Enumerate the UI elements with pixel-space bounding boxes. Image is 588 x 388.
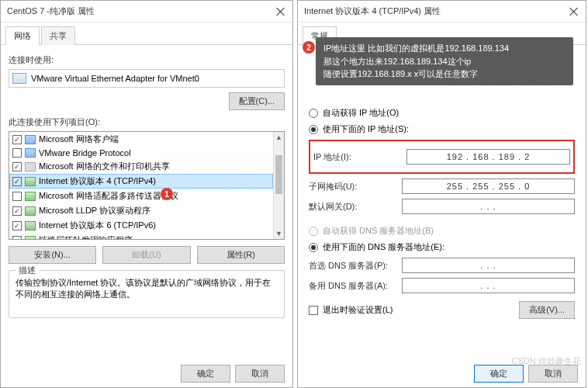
gateway-input[interactable]: . . . — [402, 199, 575, 214]
radio-auto-dns-label: 自动获得 DNS 服务器地址(B) — [323, 225, 434, 237]
annotation-badge-2: 2 — [303, 41, 315, 54]
checkbox-icon[interactable]: ✓ — [12, 236, 22, 240]
close-icon[interactable] — [275, 6, 286, 17]
adapter-icon — [12, 73, 26, 84]
titlebar-left[interactable]: CentOS 7 -纯净版 属性 — [1, 1, 292, 23]
subnet-mask-input[interactable]: 255 . 255 . 255 . 0 — [402, 178, 575, 194]
tab-sharing[interactable]: 共享 — [41, 26, 75, 45]
list-item[interactable]: ✓Internet 协议版本 6 (TCP/IPv6) — [9, 218, 273, 233]
tooltip-line: 那这个地方出来192.168.189.134这个ip — [323, 55, 566, 68]
tooltip-line: IP地址这里 比如我们的虚拟机是192.168.189.134 — [323, 42, 566, 55]
gateway-label: 默认网关(D): — [309, 201, 402, 213]
properties-button[interactable]: 属性(R) — [197, 246, 285, 264]
tooltip-line: 随便设置192.168.189.x x可以是任意数字 — [323, 68, 566, 81]
radio-icon[interactable] — [309, 243, 318, 252]
close-icon[interactable] — [569, 6, 579, 17]
dns1-input[interactable]: . . . — [402, 258, 575, 273]
annotation-tooltip: IP地址这里 比如我们的虚拟机是192.168.189.134 那这个地方出来1… — [316, 37, 573, 85]
client-icon — [25, 148, 36, 158]
ip-address-input[interactable]: 192 . 168 . 189 . 2 — [406, 149, 570, 165]
connect-label: 连接时使用: — [9, 54, 285, 66]
uninstall-button: 卸载(U) — [102, 246, 190, 264]
radio-auto-ip-row[interactable]: 自动获得 IP 地址(O) — [309, 107, 575, 119]
checkbox-icon[interactable] — [309, 306, 318, 315]
radio-use-dns-row[interactable]: 使用下面的 DNS 服务器地址(E): — [309, 241, 575, 253]
ok-button[interactable]: 确定 — [181, 365, 230, 383]
list-item[interactable]: VMware Bridge Protocol — [9, 147, 273, 159]
radio-auto-ip-label: 自动获得 IP 地址(O) — [323, 107, 399, 119]
dns2-input[interactable]: . . . — [402, 278, 575, 293]
configure-button[interactable]: 配置(C)... — [229, 92, 285, 110]
protocol-icon — [25, 236, 36, 240]
network-properties-dialog: CentOS 7 -纯净版 属性 网络 共享 连接时使用: VMware Vir… — [0, 0, 293, 388]
checkbox-icon[interactable]: ✓ — [12, 206, 22, 216]
scroll-down-icon[interactable]: ▼ — [274, 228, 284, 239]
list-item[interactable]: ✓Microsoft 网络客户端 — [9, 132, 273, 147]
cancel-button[interactable]: 取消 — [528, 365, 578, 383]
items-label: 此连接使用下列项目(O): — [9, 116, 285, 128]
checkbox-icon[interactable] — [12, 192, 22, 201]
protocol-icon — [25, 177, 36, 186]
checkbox-icon[interactable]: ✓ — [12, 221, 22, 230]
item-buttons: 安装(N)... 卸载(U) 属性(R) — [9, 246, 285, 264]
radio-auto-dns-row: 自动获得 DNS 服务器地址(B) — [309, 225, 575, 237]
checkbox-icon[interactable]: ✓ — [12, 162, 22, 171]
adapter-field: VMware Virtual Ethernet Adapter for VMne… — [9, 69, 285, 88]
ip-label: IP 地址(I): — [313, 151, 406, 163]
footer-left: 确定 取消 — [181, 365, 285, 383]
install-button[interactable]: 安装(N)... — [9, 246, 96, 264]
dialog-title: CentOS 7 -纯净版 属性 — [7, 5, 275, 17]
radio-icon[interactable] — [309, 109, 318, 118]
checkbox-icon[interactable]: ✓ — [12, 135, 22, 144]
advanced-button[interactable]: 高级(V)... — [519, 301, 575, 319]
dns1-label: 首选 DNS 服务器(P): — [309, 260, 402, 272]
connection-items-list[interactable]: ✓Microsoft 网络客户端 VMware Bridge Protocol … — [9, 131, 285, 240]
radio-icon[interactable] — [309, 125, 318, 134]
right-body: 系统管理员处获得适当的 IP 设置。 自动获得 IP 地址(O) 使用下面的 I… — [298, 45, 586, 365]
protocol-icon — [25, 221, 36, 230]
client-icon — [25, 135, 36, 144]
list-item[interactable]: ✓链路层拓扑发现响应程序 — [9, 233, 273, 239]
dns2-label: 备用 DNS 服务器(A): — [309, 280, 402, 292]
protocol-icon — [25, 192, 36, 201]
ok-button[interactable]: 确定 — [474, 365, 524, 383]
radio-use-ip-label: 使用下面的 IP 地址(S): — [323, 123, 409, 135]
service-icon — [25, 162, 36, 171]
list-item[interactable]: Microsoft 网络适配器多路传送器协议 — [9, 189, 273, 203]
desc-legend: 描述 — [16, 265, 39, 276]
scroll-up-icon[interactable]: ▲ — [274, 132, 284, 143]
annotation-badge-1: 1 — [161, 188, 173, 200]
watermark: CSDN @妙趣生花 — [512, 355, 581, 367]
cancel-button[interactable]: 取消 — [235, 365, 285, 383]
list-item-ipv4[interactable]: ✓Internet 协议版本 4 (TCP/IPv4) — [9, 174, 273, 189]
radio-icon — [309, 227, 318, 236]
list-item[interactable]: ✓Microsoft LLDP 协议驱动程序 — [9, 203, 273, 218]
desc-text: 传输控制协议/Internet 协议。该协议是默认的广域网络协议，用于在不同的相… — [16, 277, 278, 301]
mask-label: 子网掩码(U): — [309, 181, 402, 192]
scrollbar[interactable]: ▲ ▼ — [273, 132, 284, 239]
ip-highlight-box: IP 地址(I): 192 . 168 . 189 . 2 — [309, 140, 575, 174]
tab-network[interactable]: 网络 — [5, 26, 40, 45]
dialog-title: Internet 协议版本 4 (TCP/IPv4) 属性 — [304, 5, 569, 17]
list-item[interactable]: ✓Microsoft 网络的文件和打印机共享 — [9, 159, 273, 174]
scroll-thumb[interactable] — [275, 155, 282, 194]
radio-use-dns-label: 使用下面的 DNS 服务器地址(E): — [323, 241, 444, 253]
tabs-left: 网络 共享 — [1, 23, 292, 45]
adapter-name: VMware Virtual Ethernet Adapter for VMne… — [31, 74, 199, 83]
description-group: 描述 传输控制协议/Internet 协议。该协议是默认的广域网络协议，用于在不… — [9, 270, 285, 318]
checkbox-icon[interactable]: ✓ — [12, 177, 22, 186]
titlebar-right[interactable]: Internet 协议版本 4 (TCP/IPv4) 属性 — [298, 1, 586, 23]
footer-right: 确定 取消 — [474, 365, 578, 383]
exit-validate-label: 退出时验证设置(L) — [323, 304, 393, 316]
radio-use-ip-row[interactable]: 使用下面的 IP 地址(S): — [309, 123, 575, 135]
left-body: 连接时使用: VMware Virtual Ethernet Adapter f… — [1, 45, 292, 324]
exit-validate-row[interactable]: 退出时验证设置(L) 高级(V)... — [309, 301, 575, 319]
checkbox-icon[interactable] — [12, 148, 22, 158]
protocol-icon — [25, 206, 36, 216]
